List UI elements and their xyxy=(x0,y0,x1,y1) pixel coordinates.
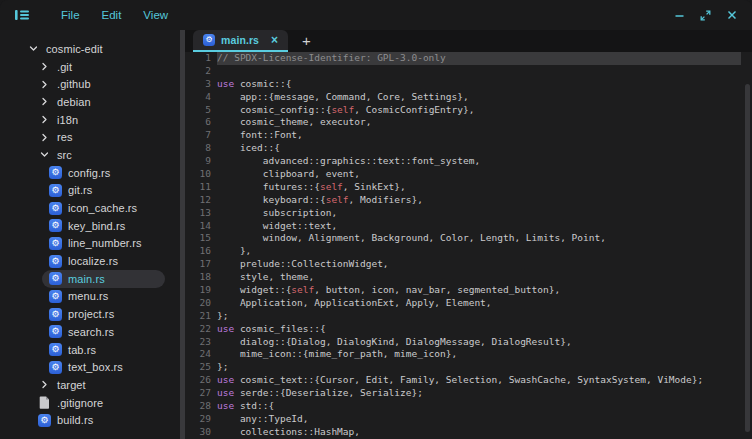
maximize-button[interactable] xyxy=(699,9,712,22)
menu-edit[interactable]: Edit xyxy=(91,5,133,25)
tree-item-config-rs[interactable]: ⚙ config.rs xyxy=(0,164,180,182)
tree-item-debian[interactable]: debian xyxy=(0,93,180,111)
tree-item-label: key_bind.rs xyxy=(68,220,125,232)
menubar: File Edit View xyxy=(50,5,179,25)
line-content: any::TypeId, xyxy=(217,413,741,426)
tab-close-icon[interactable]: × xyxy=(271,35,278,45)
tree-item-label: .git xyxy=(57,61,72,73)
rust-file-icon: ⚙ xyxy=(49,308,62,321)
tree-item-label: project.rs xyxy=(68,308,114,320)
line-number: 21 xyxy=(185,310,211,323)
chevron-right-icon[interactable] xyxy=(38,78,51,91)
tree-item-main-rs[interactable]: ⚙ main.rs xyxy=(0,270,180,288)
tree-item-project-rs[interactable]: ⚙ project.rs xyxy=(0,305,180,323)
chevron-right-icon[interactable] xyxy=(38,131,51,144)
code-line: 7 font::Font, xyxy=(185,129,752,142)
line-number: 7 xyxy=(185,129,211,142)
code-line: 24 mime_icon::{mime_for_path, mime_icon}… xyxy=(185,348,752,361)
menu-view[interactable]: View xyxy=(132,5,179,25)
tree-item-src[interactable]: src xyxy=(0,146,180,164)
line-content: }; xyxy=(217,361,741,374)
tree-item-git-rs[interactable]: ⚙ git.rs xyxy=(0,182,180,200)
sidebar-toggle-icon[interactable] xyxy=(14,8,30,22)
tree-item-label: main.rs xyxy=(68,273,105,285)
tree-item--github[interactable]: .github xyxy=(0,75,180,93)
line-number: 8 xyxy=(185,142,211,155)
tree-item-cosmic-edit[interactable]: cosmic-edit xyxy=(0,40,180,58)
line-content: }; xyxy=(217,310,741,323)
editor-scrollbar[interactable] xyxy=(745,84,750,432)
chevron-right-icon[interactable] xyxy=(38,113,51,126)
line-number: 23 xyxy=(185,336,211,349)
line-number: 19 xyxy=(185,284,211,297)
menu-file[interactable]: File xyxy=(50,5,91,25)
tree-item--git[interactable]: .git xyxy=(0,58,180,76)
line-number: 9 xyxy=(185,155,211,168)
tree-item-label: target xyxy=(57,379,86,391)
tree-item-i18n[interactable]: i18n xyxy=(0,111,180,129)
line-content: dialog::{Dialog, DialogKind, DialogMessa… xyxy=(217,336,741,349)
tree-item-label: cosmic-edit xyxy=(46,43,103,55)
tree-item-text-box-rs[interactable]: ⚙ text_box.rs xyxy=(0,358,180,376)
file-icon xyxy=(38,396,51,409)
rust-file-icon: ⚙ xyxy=(49,202,62,215)
rust-file-icon: ⚙ xyxy=(49,255,62,268)
tree-item-label: debian xyxy=(57,96,91,108)
line-number: 27 xyxy=(185,387,211,400)
rust-file-icon: ⚙ xyxy=(49,343,62,356)
tree-item-build-rs[interactable]: ⚙ build.rs xyxy=(0,411,180,429)
line-number: 12 xyxy=(185,194,211,207)
tree-item-search-rs[interactable]: ⚙ search.rs xyxy=(0,323,180,341)
code-line: 20 Application, ApplicationExt, Apply, E… xyxy=(185,297,752,310)
code-line: 30 collections::HashMap, xyxy=(185,426,752,439)
tree-item-label: localize.rs xyxy=(68,255,118,267)
tree-item-res[interactable]: res xyxy=(0,128,180,146)
line-number: 28 xyxy=(185,400,211,413)
tree-item-label: build.rs xyxy=(57,414,93,426)
tree-item-label: config.rs xyxy=(68,167,110,179)
line-content: widget::text, xyxy=(217,220,741,233)
tree-item-menu-rs[interactable]: ⚙ menu.rs xyxy=(0,288,180,306)
line-content: use std::{ xyxy=(217,400,741,413)
line-content: subscription, xyxy=(217,207,741,220)
line-content: use cosmic_text::{Cursor, Edit, Family, … xyxy=(217,374,741,387)
chevron-down-icon[interactable] xyxy=(38,148,51,161)
code-line: 14 widget::text, xyxy=(185,220,752,233)
code-line: 8 iced::{ xyxy=(185,142,752,155)
rust-file-icon: ⚙ xyxy=(38,414,51,427)
line-content: }, xyxy=(217,245,741,258)
line-number: 10 xyxy=(185,168,211,181)
tree-item--gitignore[interactable]: .gitignore xyxy=(0,394,180,412)
line-number: 17 xyxy=(185,258,211,271)
tree-item-key-bind-rs[interactable]: ⚙ key_bind.rs xyxy=(0,217,180,235)
tree-item-localize-rs[interactable]: ⚙ localize.rs xyxy=(0,252,180,270)
line-content: use cosmic::{ xyxy=(217,78,741,91)
editor-pane: ⚙ main.rs × + 1 // SPDX-License-Identifi… xyxy=(185,30,752,439)
tree-item-label: tab.rs xyxy=(68,344,96,356)
line-content: advanced::graphics::text::font_system, xyxy=(217,155,741,168)
chevron-right-icon[interactable] xyxy=(38,378,51,391)
minimize-button[interactable] xyxy=(673,9,686,22)
line-number: 20 xyxy=(185,297,211,310)
window-controls xyxy=(673,9,738,22)
tree-item-target[interactable]: target xyxy=(0,376,180,394)
chevron-right-icon[interactable] xyxy=(38,60,51,73)
line-number: 4 xyxy=(185,91,211,104)
rust-file-icon: ⚙ xyxy=(49,219,62,232)
chevron-down-icon[interactable] xyxy=(27,42,40,55)
new-tab-button[interactable]: + xyxy=(302,34,311,48)
tree-item-label: search.rs xyxy=(68,326,114,338)
tab-main-rs[interactable]: ⚙ main.rs × xyxy=(193,30,288,52)
chevron-right-icon[interactable] xyxy=(38,95,51,108)
tree-item-tab-rs[interactable]: ⚙ tab.rs xyxy=(0,341,180,359)
line-number: 18 xyxy=(185,271,211,284)
code-line: 12 keyboard::{self, Modifiers}, xyxy=(185,194,752,207)
tree-item-icon-cache-rs[interactable]: ⚙ icon_cache.rs xyxy=(0,199,180,217)
close-button[interactable] xyxy=(725,9,738,22)
line-number: 13 xyxy=(185,207,211,220)
tree-item-line-number-rs[interactable]: ⚙ line_number.rs xyxy=(0,235,180,253)
line-number: 24 xyxy=(185,348,211,361)
code-editor[interactable]: 1 // SPDX-License-Identifier: GPL-3.0-on… xyxy=(185,52,752,439)
code-line: 1 // SPDX-License-Identifier: GPL-3.0-on… xyxy=(185,52,752,65)
code-line: 10 clipboard, event, xyxy=(185,168,752,181)
